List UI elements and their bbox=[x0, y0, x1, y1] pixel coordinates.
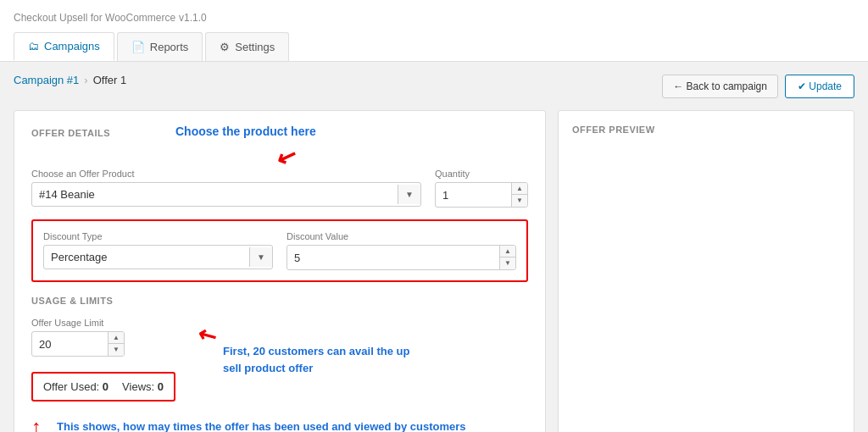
breadcrumb: Campaign #1 › Offer 1 bbox=[14, 74, 126, 86]
breadcrumb-separator: › bbox=[84, 74, 87, 86]
breadcrumb-parent[interactable]: Campaign #1 bbox=[14, 74, 79, 86]
annotation-arrow-bottom: ↑ bbox=[31, 415, 42, 432]
offer-used-label: Offer Used: 0 bbox=[43, 380, 108, 393]
annotation-bottom-text: This shows, how may times the offer has … bbox=[57, 418, 528, 432]
reports-icon: 📄 bbox=[131, 41, 145, 53]
discount-select-chevron-icon: ▼ bbox=[249, 247, 272, 267]
offer-used-box: Offer Used: 0 Views: 0 bbox=[31, 372, 175, 402]
discount-type-select[interactable]: Percentage bbox=[44, 246, 249, 269]
offer-preview-title: OFFER PREVIEW bbox=[572, 125, 840, 135]
product-select-wrapper: #14 Beanie ▼ bbox=[31, 182, 421, 207]
usage-limits-title: USAGE & LIMITS bbox=[31, 296, 528, 306]
views-value: 0 bbox=[158, 380, 164, 393]
quantity-down-button[interactable]: ▼ bbox=[512, 195, 527, 207]
bottom-annotation-area: ↑ This shows, how may times the offer ha… bbox=[31, 418, 528, 432]
quantity-label: Quantity bbox=[435, 169, 528, 179]
settings-icon: ⚙ bbox=[220, 41, 230, 53]
discount-value-input[interactable]: 5 bbox=[287, 246, 499, 269]
usage-limits-section: USAGE & LIMITS Offer Usage Limit 20 ▲ ▼ bbox=[31, 296, 528, 402]
product-label: Choose an Offer Product bbox=[31, 169, 421, 179]
offer-used-value: 0 bbox=[103, 380, 108, 393]
offer-usage-limit-input-wrapper: 20 ▲ ▼ bbox=[31, 331, 125, 357]
annotation-arrow-usage: ↖ bbox=[192, 320, 222, 352]
offer-usage-limit-group: Offer Usage Limit 20 ▲ ▼ bbox=[31, 318, 125, 357]
usage-limit-down-button[interactable]: ▼ bbox=[108, 344, 124, 356]
tab-settings[interactable]: ⚙ Settings bbox=[205, 32, 289, 61]
quantity-input[interactable]: 1 bbox=[436, 184, 511, 207]
usage-limit-up-button[interactable]: ▲ bbox=[108, 332, 124, 344]
discount-value-input-wrapper: 5 ▲ ▼ bbox=[287, 245, 516, 270]
discount-up-button[interactable]: ▲ bbox=[500, 246, 515, 258]
views-label: Views: 0 bbox=[122, 380, 164, 393]
discount-section: Discount Type Percentage ▼ Discount Valu… bbox=[31, 219, 528, 282]
quantity-input-wrapper: 1 ▲ ▼ bbox=[435, 182, 528, 208]
discount-down-button[interactable]: ▼ bbox=[500, 258, 515, 269]
discount-value-group: Discount Value 5 ▲ ▼ bbox=[287, 231, 516, 270]
discount-value-label: Discount Value bbox=[287, 231, 516, 241]
select-chevron-icon: ▼ bbox=[398, 185, 420, 204]
tab-campaigns[interactable]: 🗂 Campaigns bbox=[14, 32, 114, 61]
discount-type-select-wrapper: Percentage ▼ bbox=[43, 245, 273, 269]
product-field-group: Choose an Offer Product #14 Beanie ▼ bbox=[31, 169, 421, 208]
offer-details-panel: OFFER DETAILS Choose the product here ↙ … bbox=[14, 110, 546, 432]
tab-reports[interactable]: 📄 Reports bbox=[117, 32, 203, 61]
campaigns-icon: 🗂 bbox=[28, 40, 39, 53]
offer-preview-panel: OFFER PREVIEW bbox=[558, 110, 854, 432]
choose-product-annotation: Choose the product here bbox=[175, 125, 316, 138]
offer-usage-limit-input[interactable]: 20 bbox=[32, 333, 108, 356]
update-button[interactable]: ✔ Update bbox=[785, 75, 854, 98]
quantity-up-button[interactable]: ▲ bbox=[512, 183, 527, 195]
product-select[interactable]: #14 Beanie bbox=[32, 183, 398, 206]
annotation-usage-text: First, 20 customers can avail the up sel… bbox=[223, 343, 426, 376]
back-to-campaign-button[interactable]: ← Back to campaign bbox=[662, 75, 778, 98]
discount-type-group: Discount Type Percentage ▼ bbox=[43, 231, 273, 270]
discount-type-label: Discount Type bbox=[43, 231, 273, 241]
quantity-field-group: Quantity 1 ▲ ▼ bbox=[435, 169, 528, 208]
offer-usage-limit-label: Offer Usage Limit bbox=[31, 318, 125, 328]
breadcrumb-current: Offer 1 bbox=[93, 74, 127, 86]
app-title: Checkout Upsell for WooCommerce v1.1.0 bbox=[14, 10, 854, 24]
tab-bar: 🗂 Campaigns 📄 Reports ⚙ Settings bbox=[14, 32, 854, 61]
